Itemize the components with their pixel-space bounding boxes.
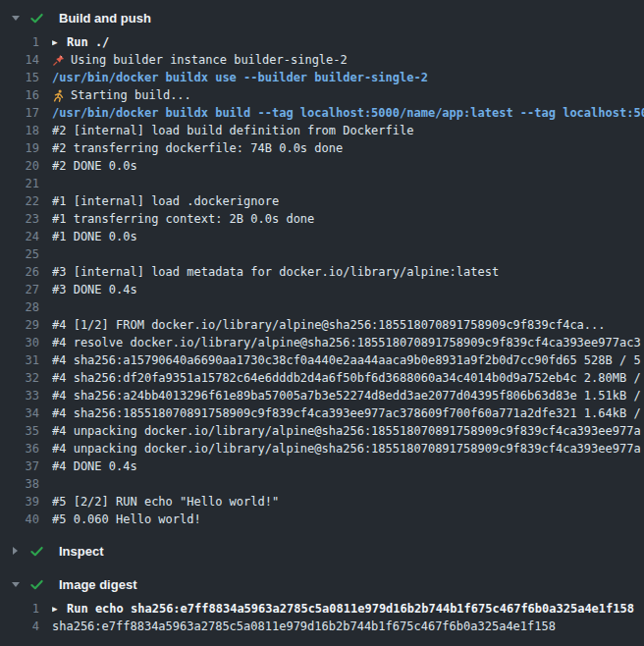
log-line-message: /usr/bin/docker buildx build --tag local… <box>52 104 644 122</box>
chevron-down-icon <box>12 16 20 21</box>
log-text: #4 sha256:a24bb4013296f61e89ba57005a7b3e… <box>52 387 644 404</box>
log-line-message: #2 DONE 0.0s <box>52 157 137 175</box>
line-number[interactable]: 15 <box>0 69 39 86</box>
log-line-message: #4 sha256:185518070891758909c9f839cf4ca3… <box>52 404 641 422</box>
log-text: #4 unpacking docker.io/library/alpine@sh… <box>52 422 644 440</box>
line-number[interactable]: 21 <box>0 175 39 192</box>
check-icon <box>29 544 44 559</box>
line-number[interactable]: 34 <box>0 404 39 422</box>
step-header[interactable]: Inspect <box>0 538 644 564</box>
play-expander-icon[interactable]: ▶ <box>52 600 62 618</box>
log-line-message: #4 sha256:a15790640a6690aa1730c38cf0a440… <box>52 351 641 369</box>
step-header[interactable]: Image digest <box>0 571 644 597</box>
log-text: /usr/bin/docker buildx build --tag local… <box>52 104 644 122</box>
line-number[interactable]: 29 <box>0 316 39 334</box>
log-text: #4 sha256:a15790640a6690aa1730c38cf0a440… <box>52 351 644 369</box>
line-number[interactable]: 36 <box>0 440 39 458</box>
log-line: 27#3 DONE 0.4s <box>0 281 644 298</box>
step-header[interactable]: Build and push <box>0 5 644 30</box>
log-line: 35#4 unpacking docker.io/library/alpine@… <box>0 422 644 440</box>
log-line-message: sha256:e7ff8834a5963a2785c5a0811e979d16b… <box>52 618 556 635</box>
chevron-down-icon <box>10 582 21 587</box>
log-text: #5 0.060 Hello world! <box>52 511 644 528</box>
runner-icon <box>52 89 65 102</box>
play-expander-icon[interactable]: ▶ <box>52 33 62 51</box>
line-number[interactable]: 24 <box>0 228 39 245</box>
line-number[interactable]: 35 <box>0 422 39 440</box>
log-line-message: #5 [2/2] RUN echo "Hello world!" <box>52 493 279 511</box>
line-number[interactable]: 23 <box>0 210 39 228</box>
line-number[interactable]: 19 <box>0 139 39 157</box>
log-text: #2 transferring dockerfile: 74B 0.0s don… <box>52 139 644 157</box>
log-text: ▶Run ./ <box>52 33 644 51</box>
log-line: 40#5 0.060 Hello world! <box>0 511 644 528</box>
log-line: 23#1 transferring context: 2B 0.0s done <box>0 210 644 228</box>
line-number[interactable]: 33 <box>0 387 39 404</box>
step-title: Inspect <box>59 544 104 559</box>
log-line: 32#4 sha256:df20fa9351a15782c64e6dddb2d4… <box>0 369 644 387</box>
log-line: 30#4 resolve docker.io/library/alpine@sh… <box>0 334 644 351</box>
log-line: 17/usr/bin/docker buildx build --tag loc… <box>0 104 644 122</box>
line-number[interactable]: 20 <box>0 157 39 175</box>
log-text: Starting build... <box>52 86 644 104</box>
log-line: 25 <box>0 245 644 263</box>
log-text: #3 DONE 0.4s <box>52 281 644 298</box>
log-text: #4 sha256:df20fa9351a15782c64e6dddb2d4a6… <box>52 369 644 387</box>
line-number[interactable]: 17 <box>0 104 39 122</box>
log-text: #1 [internal] load .dockerignore <box>52 192 644 210</box>
line-number[interactable]: 25 <box>0 245 39 263</box>
log-line: 26#3 [internal] load metadata for docker… <box>0 263 644 281</box>
log-line-message: #4 sha256:df20fa9351a15782c64e6dddb2d4a6… <box>52 369 641 387</box>
line-number[interactable]: 32 <box>0 369 39 387</box>
line-number[interactable]: 27 <box>0 281 39 298</box>
log-lines: 1▶Run echo sha256:e7ff8834a5963a2785c5a0… <box>0 600 644 635</box>
log-line: 28 <box>0 298 644 316</box>
line-number[interactable]: 1 <box>0 600 39 618</box>
step-title: Build and push <box>59 11 151 26</box>
line-number[interactable]: 31 <box>0 351 39 369</box>
log-line: 19#2 transferring dockerfile: 74B 0.0s d… <box>0 139 644 157</box>
line-number[interactable]: 40 <box>0 511 39 528</box>
log-line-message: #5 0.060 Hello world! <box>52 511 201 528</box>
line-number[interactable]: 38 <box>0 475 39 493</box>
log-text: #2 [internal] load build definition from… <box>52 122 644 139</box>
log-line: 14Using builder instance builder-single-… <box>0 51 644 69</box>
log-line-message: #3 [internal] load metadata for docker.i… <box>52 263 499 281</box>
log-line-message: #2 transferring dockerfile: 74B 0.0s don… <box>52 139 343 157</box>
line-number[interactable]: 30 <box>0 334 39 351</box>
line-number[interactable]: 22 <box>0 192 39 210</box>
log-line-message: Using builder instance builder-single-2 <box>71 51 348 69</box>
log-line-message: #1 [internal] load .dockerignore <box>52 192 279 210</box>
line-number[interactable]: 26 <box>0 263 39 281</box>
log-line-message: #4 DONE 0.4s <box>52 458 137 475</box>
log-text: ▶Run echo sha256:e7ff8834a5963a2785c5a08… <box>52 600 644 618</box>
check-icon <box>29 11 44 26</box>
job-step-section: Inspect <box>0 538 644 564</box>
line-number[interactable]: 28 <box>0 298 39 316</box>
line-number[interactable]: 37 <box>0 458 39 475</box>
line-number[interactable]: 18 <box>0 122 39 139</box>
log-line: 34#4 sha256:185518070891758909c9f839cf4c… <box>0 404 644 422</box>
log-line-message: /usr/bin/docker buildx use --builder bui… <box>52 69 428 86</box>
log-line-message: #4 sha256:a24bb4013296f61e89ba57005a7b3e… <box>52 387 641 404</box>
log-line: 1▶Run ./ <box>0 33 644 51</box>
line-number[interactable]: 16 <box>0 86 39 104</box>
log-text: #1 transferring context: 2B 0.0s done <box>52 210 644 228</box>
line-number[interactable]: 1 <box>0 33 39 51</box>
check-icon <box>29 577 44 592</box>
log-line-message: #4 unpacking docker.io/library/alpine@sh… <box>52 440 641 458</box>
log-line: 33#4 sha256:a24bb4013296f61e89ba57005a7b… <box>0 387 644 404</box>
log-text: #1 DONE 0.0s <box>52 228 644 245</box>
line-number[interactable]: 4 <box>0 618 39 635</box>
line-number[interactable]: 39 <box>0 493 39 511</box>
log-line-message: Starting build... <box>71 86 191 104</box>
log-line: 38 <box>0 475 644 493</box>
line-number[interactable]: 14 <box>0 51 39 69</box>
log-line-message: #2 [internal] load build definition from… <box>52 122 413 139</box>
log-text: /usr/bin/docker buildx use --builder bui… <box>52 69 644 86</box>
job-step-section: Build and push1▶Run ./14Using builder in… <box>0 0 644 528</box>
log-line: 21 <box>0 175 644 192</box>
actions-log-viewer: Build and push1▶Run ./14Using builder in… <box>0 0 644 646</box>
log-text: Using builder instance builder-single-2 <box>52 51 644 69</box>
log-line-message: #1 transferring context: 2B 0.0s done <box>52 210 314 228</box>
